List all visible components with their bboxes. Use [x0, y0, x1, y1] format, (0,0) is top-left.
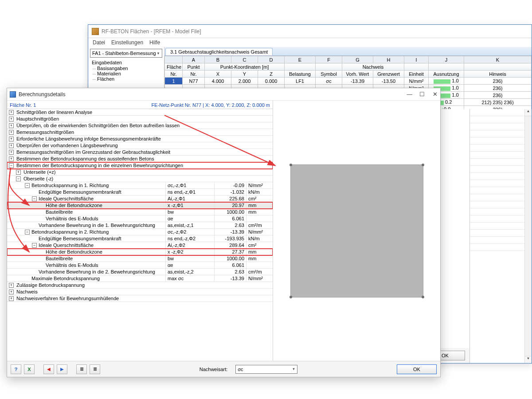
expand-toggle[interactable]: + [9, 130, 14, 135]
tree-row[interactable]: +Überprüfen der vorhandenen Längsbewehru… [7, 142, 273, 149]
value-row[interactable]: Bauteilbreitebw1000.00mm [7, 255, 273, 262]
value-row[interactable]: −Ideale QuerschnittsflächeAi,-z,Φ2289.64… [7, 242, 273, 249]
tree-row[interactable]: +Schnittgrößen der linearen Analyse [7, 109, 273, 116]
tree-row[interactable]: +Bestimmen der Betondruckspannung des au… [7, 156, 273, 162]
expand-toggle[interactable]: + [9, 137, 14, 141]
value-row[interactable]: Verhältnis des E-Modulsαe6.061 [7, 215, 273, 222]
details-tree[interactable]: +Schnittgrößen der linearen Analyse+Haup… [7, 109, 273, 361]
main-titlebar[interactable]: RF-BETON Flächen - [RFEM - Model File] [88, 25, 532, 38]
tree-row[interactable]: +Überprüfen, ob die einwirkenden Schnitt… [7, 122, 273, 129]
value-row[interactable]: Höhe der Betondruckzonex -z,Φ227.37mm [7, 249, 273, 255]
expand-toggle[interactable]: − [9, 163, 14, 168]
expand-toggle[interactable]: + [9, 143, 14, 148]
nachweisart-label: Nachweisart: [200, 367, 228, 372]
tree-flaechen[interactable]: Flächen [91, 76, 164, 82]
details-head-left: Fläche Nr. 1 [10, 102, 36, 108]
value-row[interactable]: Vorhandene Bewehrung in die 2. Bewehrung… [7, 269, 273, 275]
value-row[interactable]: Maximale Betondruckspannungmax σc-13.39N… [7, 275, 273, 282]
expand-toggle[interactable]: − [32, 243, 37, 248]
expand-toggle[interactable]: + [9, 296, 14, 301]
details-title: Berechnungsdetails [19, 91, 65, 98]
tree-materialien[interactable]: Materialien [91, 71, 164, 76]
value-row[interactable]: Endgültige Bemessungsmembrankraftns end,… [7, 189, 273, 196]
expand-toggle[interactable]: − [16, 176, 21, 181]
list2-button[interactable]: ≣ [90, 364, 100, 374]
excel-export-button[interactable]: X [24, 364, 35, 374]
table-row[interactable]: 1N774.0002.0000.000LF1σc-13.39-13.50N/mm… [165, 78, 532, 85]
value-row[interactable]: Vorhandene Bewehrung in die 1. Bewehrung… [7, 222, 273, 229]
expand-toggle[interactable]: + [9, 283, 14, 288]
value-row[interactable]: −Ideale QuerschnittsflächeAi,-z,Φ1225.68… [7, 196, 273, 202]
case-select-value: FA1 - Stahlbeton-Bemessung [92, 51, 156, 56]
value-row[interactable]: Höhe der Betondruckzonex -z,Φ120.97mm [7, 202, 273, 209]
chevron-down-icon: ▼ [156, 51, 160, 55]
scroll-up-icon[interactable]: ▲ [525, 109, 532, 116]
menu-datei[interactable]: Datei [93, 39, 105, 46]
help-button[interactable]: ? [11, 364, 21, 374]
list1-button[interactable]: ≣ [76, 364, 87, 374]
details-icon [10, 91, 16, 98]
tree-row[interactable]: +Erforderliche Längsbewehrung infolge Be… [7, 136, 273, 142]
expand-toggle[interactable]: + [16, 170, 21, 175]
details-tree-panel: Fläche Nr. 1 FE-Netz-Punkt Nr. N77 | X: … [7, 101, 273, 361]
value-row[interactable]: −Betondruckspannung in 2. Richtungσc,-z,… [7, 229, 273, 235]
tree-basisangaben[interactable]: Basisangaben [91, 66, 164, 71]
app-icon [92, 28, 99, 35]
details-ok-button[interactable]: OK [397, 364, 437, 374]
details-window: Berechnungsdetails –– ☐ ✕ Fläche Nr. 1 F… [7, 88, 441, 377]
scroll-down-icon[interactable]: ▼ [525, 356, 532, 363]
details-titlebar[interactable]: Berechnungsdetails –– ☐ ✕ [7, 88, 440, 101]
expand-toggle[interactable]: − [32, 196, 37, 201]
scrollbar[interactable]: ▲ ▼ [524, 109, 532, 363]
main-menubar[interactable]: Datei Einstellungen Hilfe [88, 38, 532, 47]
main-title: RF-BETON Flächen - [RFEM - Model File] [102, 28, 201, 35]
expand-toggle[interactable]: + [9, 123, 14, 128]
tree-row[interactable]: +Nachweisverfahren für Bewehrungsumhülle… [7, 295, 273, 302]
minimize-icon[interactable]: –– [407, 91, 411, 98]
tree-row[interactable]: +Nachweis [7, 289, 273, 295]
tab-sls[interactable]: 3.1 Gebrauchstauglichkeitsnachweis Gesam… [165, 48, 273, 55]
next-button[interactable]: ▶ [57, 364, 67, 374]
value-row[interactable]: −Betondruckspannung in 1. Richtungσc,-z,… [7, 182, 273, 189]
menu-hilfe[interactable]: Hilfe [149, 39, 160, 46]
expand-toggle[interactable]: + [9, 289, 14, 294]
tree-row[interactable]: +Unterseite (+z) [7, 169, 273, 176]
details-graphic[interactable] [273, 101, 440, 361]
value-row[interactable]: Bauteilbreitebw1000.00mm [7, 209, 273, 215]
tree-root[interactable]: Eingabedaten [91, 59, 164, 66]
case-select[interactable]: FA1 - Stahlbeton-Bemessung ▼ [90, 49, 162, 58]
tree-row[interactable]: +Bemessungsschnittgrößen [7, 129, 273, 136]
result-tabstrip[interactable]: 3.1 Gebrauchstauglichkeitsnachweis Gesam… [164, 47, 532, 56]
result-list[interactable]: ▲ ▼ [469, 109, 532, 363]
nachweisart-select[interactable]: σc ▼ [235, 365, 297, 374]
nachweisart-value: σc [238, 367, 243, 372]
close-icon[interactable]: ✕ [433, 91, 438, 98]
expand-toggle[interactable]: − [25, 183, 30, 188]
tree-row[interactable]: −Bestimmen der Betondruckspannung in die… [7, 162, 273, 169]
value-row[interactable]: Endgültige Bemessungsmembrankraftns end,… [7, 235, 273, 242]
prev-button[interactable]: ◀ [43, 364, 54, 374]
slab-element [290, 164, 423, 297]
maximize-icon[interactable]: ☐ [419, 91, 425, 98]
menu-einstellungen[interactable]: Einstellungen [111, 39, 143, 46]
expand-toggle[interactable]: + [9, 156, 14, 161]
tree-row[interactable]: +Zulässige Betondruckspannung [7, 282, 273, 289]
tree-row[interactable]: −Oberseite (-z) [7, 176, 273, 182]
chevron-down-icon: ▼ [292, 367, 295, 371]
tree-row[interactable]: +Bemessungsschnittgrößen im Grenzzustand… [7, 149, 273, 156]
expand-toggle[interactable]: + [9, 117, 14, 121]
details-footer: ? X ◀ ▶ ≣ ≣ Nachweisart: σc ▼ OK [7, 361, 440, 377]
tree-row[interactable]: +Hauptschnittgrößen [7, 116, 273, 122]
expand-toggle[interactable]: + [9, 110, 14, 115]
value-row[interactable]: Verhältnis des E-Modulsαe6.061 [7, 262, 273, 269]
expand-toggle[interactable]: + [9, 150, 14, 155]
expand-toggle[interactable]: − [25, 230, 30, 235]
details-head-right: FE-Netz-Punkt Nr. N77 | X: 4.000, Y: 2.0… [152, 102, 270, 108]
